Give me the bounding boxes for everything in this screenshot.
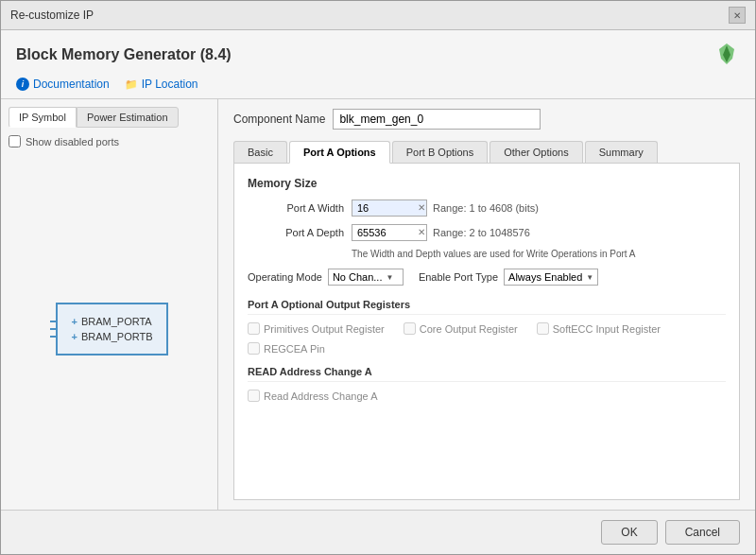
info-icon: i (16, 78, 29, 91)
top-links: i Documentation 📁 IP Location (1, 76, 755, 99)
softecc-item: SoftECC Input Register (537, 322, 661, 335)
enable-port-group: Enable Port Type Always Enabled ▼ (419, 269, 598, 286)
tab-summary[interactable]: Summary (585, 141, 658, 163)
footer: OK Cancel (1, 510, 755, 554)
tab-basic[interactable]: Basic (233, 141, 287, 163)
port-a-width-input[interactable] (352, 199, 427, 217)
vivado-logo (713, 42, 740, 68)
tab-ip-symbol[interactable]: IP Symbol (9, 107, 77, 128)
operating-mode-label: Operating Mode (248, 271, 322, 283)
port-a-width-clear-button[interactable]: ✕ (418, 203, 425, 213)
title-bar-left: Re-customize IP (10, 9, 94, 22)
port-a-depth-clear-button[interactable]: ✕ (418, 228, 425, 237)
port-a-depth-input-wrap: ✕ (352, 224, 427, 241)
enable-port-select[interactable]: Always Enabled ▼ (504, 269, 598, 286)
primitives-output-item: Primitives Output Register (248, 322, 385, 335)
bram-port-b: + BRAM_PORTB (71, 329, 152, 344)
title-bar: Re-customize IP ✕ (1, 1, 755, 30)
softecc-label: SoftECC Input Register (553, 323, 661, 335)
component-name-input[interactable] (333, 109, 541, 130)
operating-mode-group: Operating Mode No Chan... ▼ (248, 269, 404, 286)
memory-size-title: Memory Size (248, 177, 726, 190)
optional-registers-group: Primitives Output Register Core Output R… (248, 322, 726, 355)
operating-mode-select[interactable]: No Chan... ▼ (328, 269, 404, 286)
right-panel: Component Name Basic Port A Options Port… (218, 99, 755, 510)
port-a-width-row: Port A Width ✕ Range: 1 to 4608 (bits) (248, 199, 726, 217)
ip-location-link[interactable]: 📁 IP Location (125, 78, 198, 91)
port-a-depth-row: Port A Depth ✕ Range: 2 to 1048576 (248, 224, 726, 241)
port-a-depth-input[interactable] (352, 224, 427, 241)
regcea-label: REGCEA Pin (264, 343, 325, 355)
core-output-checkbox[interactable] (404, 322, 416, 335)
read-address-section: READ Address Change A Read Address Chang… (248, 366, 726, 402)
core-output-label: Core Output Register (420, 323, 518, 335)
ok-button[interactable]: OK (601, 520, 657, 545)
app-header: Block Memory Generator (8.4) (1, 30, 755, 76)
bram-symbol: + BRAM_PORTA + BRAM_PORTB (56, 303, 167, 356)
main-dialog: Re-customize IP ✕ Block Memory Generator… (0, 0, 756, 555)
tabs-strip: Basic Port A Options Port B Options Othe… (233, 141, 740, 164)
dialog-title: Re-customize IP (10, 9, 94, 22)
operating-mode-value: No Chan... (333, 271, 383, 283)
enable-port-arrow: ▼ (586, 273, 593, 282)
close-button[interactable]: ✕ (729, 7, 746, 24)
read-address-label: Read Address Change A (264, 390, 377, 402)
operating-mode-arrow: ▼ (386, 273, 393, 282)
bram-container: + BRAM_PORTA + BRAM_PORTB (9, 155, 210, 502)
bram-port-a: + BRAM_PORTA (71, 314, 152, 329)
tab-other-options[interactable]: Other Options (490, 141, 582, 163)
core-output-item: Core Output Register (404, 322, 518, 335)
location-icon: 📁 (125, 78, 138, 91)
left-tab-bar: IP Symbol Power Estimation (9, 107, 210, 128)
documentation-link[interactable]: i Documentation (16, 78, 110, 91)
show-disabled-row: Show disabled ports (9, 135, 210, 147)
tab-power-estimation[interactable]: Power Estimation (77, 107, 179, 128)
enable-port-label: Enable Port Type (419, 271, 498, 283)
port-a-width-input-wrap: ✕ (352, 199, 427, 217)
tab-content: Memory Size Port A Width ✕ Range: 1 to 4… (233, 164, 740, 500)
port-a-width-label: Port A Width (248, 202, 352, 214)
cancel-button[interactable]: Cancel (665, 520, 740, 545)
read-address-checkbox[interactable] (248, 390, 260, 402)
mode-row: Operating Mode No Chan... ▼ Enable Port … (248, 269, 726, 286)
memory-note: The Width and Depth values are used for … (352, 249, 726, 259)
show-disabled-checkbox[interactable] (9, 135, 21, 147)
show-disabled-label: Show disabled ports (26, 136, 119, 147)
regcea-item: REGCEA Pin (248, 342, 325, 355)
left-panel: IP Symbol Power Estimation Show disabled… (1, 99, 218, 510)
tab-port-b[interactable]: Port B Options (392, 141, 489, 163)
tab-port-a[interactable]: Port A Options (289, 141, 390, 164)
enable-port-value: Always Enabled (508, 271, 582, 283)
regcea-checkbox[interactable] (248, 342, 260, 355)
optional-registers-title: Port A Optional Output Registers (248, 299, 726, 315)
read-address-title: READ Address Change A (248, 366, 726, 382)
primitives-output-checkbox[interactable] (248, 322, 260, 335)
read-address-item: Read Address Change A (248, 390, 377, 402)
port-a-depth-label: Port A Depth (248, 227, 352, 238)
port-a-width-range: Range: 1 to 4608 (bits) (433, 202, 539, 214)
main-content: IP Symbol Power Estimation Show disabled… (1, 99, 755, 510)
app-title: Block Memory Generator (8.4) (16, 46, 232, 63)
component-row: Component Name (233, 109, 740, 130)
softecc-checkbox[interactable] (537, 322, 549, 335)
port-a-depth-range: Range: 2 to 1048576 (433, 227, 530, 238)
component-label: Component Name (233, 113, 325, 126)
read-address-group: Read Address Change A (248, 390, 726, 402)
primitives-output-label: Primitives Output Register (264, 323, 385, 335)
